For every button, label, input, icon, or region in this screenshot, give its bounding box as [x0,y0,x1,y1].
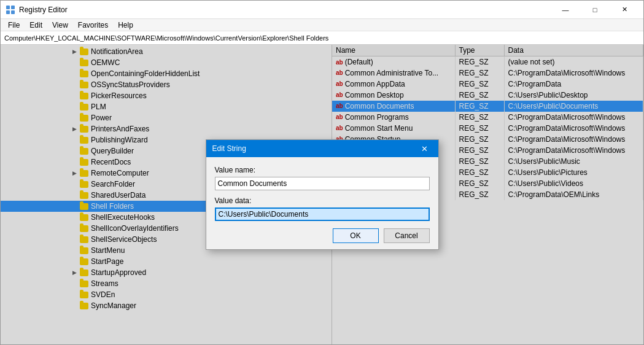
svg-rect-0 [6,6,10,9]
menu-favorites[interactable]: Favorites [73,20,113,31]
value-data-input[interactable] [215,207,430,221]
close-button[interactable]: ✕ [610,1,638,19]
modal-overlay: Edit String ✕ Value name: Value data: OK… [1,45,643,344]
title-bar: Registry Editor — □ ✕ [1,1,643,19]
ok-button[interactable]: OK [333,228,379,243]
window-title: Registry Editor [19,6,551,14]
value-data-label: Value data: [215,196,430,205]
svg-rect-2 [6,10,10,14]
minimize-button[interactable]: — [551,1,580,19]
value-name-label: Value name: [215,166,430,174]
dialog-buttons: OK Cancel [215,225,430,243]
window-controls: — □ ✕ [551,1,638,19]
dialog-body: Value name: Value data: OK Cancel [206,157,438,249]
dialog-close-button[interactable]: ✕ [417,141,432,156]
menu-help[interactable]: Help [113,20,138,31]
menu-bar: File Edit View Favorites Help [1,19,643,31]
address-bar: Computer\HKEY_LOCAL_MACHINE\SOFTWARE\Mic… [1,31,643,45]
content-area: ▶NotificationAreaOEMWCOpenContainingFold… [1,45,643,344]
dialog-title: Edit String [212,144,417,153]
maximize-button[interactable]: □ [581,1,609,19]
app-icon [6,5,15,15]
menu-view[interactable]: View [47,20,73,31]
menu-file[interactable]: File [3,20,25,31]
dialog-title-bar: Edit String ✕ [206,140,438,157]
menu-edit[interactable]: Edit [25,20,47,31]
edit-string-dialog: Edit String ✕ Value name: Value data: OK… [206,139,439,250]
registry-editor-window: Registry Editor — □ ✕ File Edit View Fav… [0,0,644,345]
address-path[interactable]: Computer\HKEY_LOCAL_MACHINE\SOFTWARE\Mic… [4,34,328,42]
cancel-button[interactable]: Cancel [384,228,430,243]
value-name-input[interactable] [215,177,430,190]
svg-rect-3 [11,10,15,14]
svg-rect-1 [11,6,15,9]
